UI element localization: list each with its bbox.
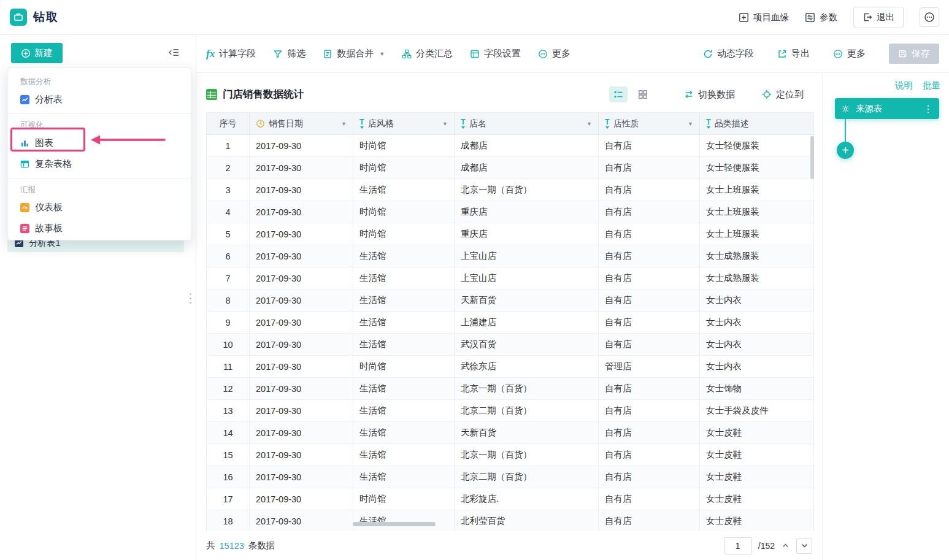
column-header-store-style[interactable]: T 店风格 ▼ xyxy=(353,113,455,134)
table-row[interactable]: 16 2017-09-30 生活馆 北京二期（百货） 自有店 女士皮鞋 xyxy=(207,466,813,488)
panel-resize-handle[interactable] xyxy=(190,293,191,295)
column-header-sale-date[interactable]: 销售日期 ▼ xyxy=(250,113,353,134)
locate-button[interactable]: 定位到 xyxy=(762,89,804,101)
cell-sale-date: 2017-09-30 xyxy=(250,135,353,156)
column-dropdown-caret[interactable]: ▼ xyxy=(586,121,592,127)
save-button[interactable]: 保存 xyxy=(889,44,939,64)
cell-sale-date: 2017-09-30 xyxy=(250,510,353,532)
table-row[interactable]: 12 2017-09-30 生活馆 北京一期（百货） 自有店 女士饰物 xyxy=(207,378,813,400)
document-icon xyxy=(323,49,332,59)
cell-category: 女士皮鞋 xyxy=(700,488,813,510)
data-merge-button[interactable]: 数据合并 ▼ xyxy=(323,48,385,59)
cell-index: 12 xyxy=(207,378,250,399)
column-dropdown-caret[interactable]: ▼ xyxy=(688,121,693,127)
table-row[interactable]: 5 2017-09-30 时尚馆 重庆店 自有店 女士上班服装 xyxy=(207,223,813,245)
toolbar-more-left-button[interactable]: 更多 xyxy=(538,48,571,59)
cell-sale-date: 2017-09-30 xyxy=(250,422,353,443)
cell-store-name: 重庆店 xyxy=(455,223,599,245)
field-settings-button[interactable]: 字段设置 xyxy=(470,48,521,59)
cell-category: 女士皮鞋 xyxy=(700,422,813,443)
menu-item-complex-table[interactable]: 复杂表格 xyxy=(8,153,191,174)
column-header-store-name[interactable]: T 店名 ▼ xyxy=(455,113,599,134)
export-button[interactable]: 导出 xyxy=(777,48,810,59)
cell-store-style: 时尚馆 xyxy=(353,223,455,245)
cell-category: 女士成熟服装 xyxy=(700,245,813,267)
cell-store-style: 生活馆 xyxy=(353,422,455,443)
page-title: 门店销售数据统计 xyxy=(223,88,304,101)
table-row[interactable]: 10 2017-09-30 生活馆 武汉百货 自有店 女士内衣 xyxy=(207,334,813,356)
table-row[interactable]: 18 2017-09-30 生活馆 北利莹百货 自有店 女士皮鞋 xyxy=(207,510,813,532)
table-row[interactable]: 7 2017-09-30 生活馆 上宝山店 自有店 女士成熟服装 xyxy=(207,267,813,290)
page-down-button[interactable] xyxy=(796,538,812,554)
exit-button[interactable]: 退出 xyxy=(853,7,904,28)
menu-item-chart[interactable]: 图表 xyxy=(8,132,191,153)
calc-field-button[interactable]: fx 计算字段 xyxy=(206,48,256,60)
cell-store-name: 北京二期（百货） xyxy=(455,400,599,421)
table-row[interactable]: 9 2017-09-30 生活馆 上浦建店 自有店 女士内衣 xyxy=(207,312,813,334)
text-filter-icon: T xyxy=(706,118,711,129)
flow-panel: 说明 批量 来源表 ⋮ + xyxy=(822,73,949,560)
table-row[interactable]: 15 2017-09-30 生活馆 北京一期（百货） 自有店 女士皮鞋 xyxy=(207,444,813,466)
cell-store-type: 自有店 xyxy=(599,466,700,488)
swap-arrows-icon xyxy=(684,90,694,99)
page-up-button[interactable] xyxy=(781,541,790,550)
cell-store-style: 时尚馆 xyxy=(353,157,455,178)
cell-store-name: 北京一期（百货） xyxy=(455,179,599,201)
column-dropdown-caret[interactable]: ▼ xyxy=(341,121,347,127)
table-row[interactable]: 3 2017-09-30 生活馆 北京一期（百货） 自有店 女士上班服装 xyxy=(207,179,813,201)
column-header-store-type[interactable]: T 店性质 ▼ xyxy=(599,113,700,134)
filter-button[interactable]: 筛选 xyxy=(273,48,305,59)
header-more-button[interactable] xyxy=(920,7,939,27)
cell-store-type: 自有店 xyxy=(599,312,700,333)
table-row[interactable]: 6 2017-09-30 生活馆 上宝山店 自有店 女士成熟服装 xyxy=(207,245,813,267)
list-view-toggle[interactable] xyxy=(609,86,628,102)
table-row[interactable]: 2 2017-09-30 时尚馆 成都店 自有店 女士轻便服装 xyxy=(207,157,813,179)
cell-category: 女士上班服装 xyxy=(700,201,813,223)
group-summary-button[interactable]: 分类汇总 xyxy=(402,48,453,59)
table-row[interactable]: 17 2017-09-30 时尚馆 北彩旋店. 自有店 女士皮鞋 xyxy=(207,488,813,510)
project-lineage-button[interactable]: 项目血缘 xyxy=(739,12,789,23)
cell-index: 18 xyxy=(207,510,250,532)
dynamic-field-button[interactable]: 动态字段 xyxy=(703,48,754,59)
parameters-button[interactable]: 参数 xyxy=(805,12,837,23)
page-input[interactable] xyxy=(724,537,752,554)
total-count: 15123 xyxy=(220,541,244,551)
table-title-group: 门店销售数据统计 xyxy=(206,88,304,101)
table-row[interactable]: 4 2017-09-30 时尚馆 重庆店 自有店 女士上班服装 xyxy=(207,201,813,223)
sidebar-collapse-icon[interactable] xyxy=(168,47,180,58)
menu-item-analysis-table[interactable]: 分析表 xyxy=(8,89,191,110)
cell-store-style: 生活馆 xyxy=(353,312,455,333)
menu-item-storyboard[interactable]: 故事板 xyxy=(8,218,191,239)
table-header-row: 门店销售数据统计 切换数据 定位到 xyxy=(196,73,822,112)
switch-data-button[interactable]: 切换数据 xyxy=(684,89,735,101)
cell-store-style: 生活馆 xyxy=(353,245,455,267)
menu-section-report: 汇报 xyxy=(8,182,191,197)
table-row[interactable]: 11 2017-09-30 时尚馆 武徐东店 管理店 女士内衣 xyxy=(207,356,813,378)
cell-store-type: 自有店 xyxy=(599,201,700,223)
vertical-scrollbar[interactable] xyxy=(810,136,814,179)
new-button[interactable]: 新建 xyxy=(11,43,63,63)
cell-store-style: 生活馆 xyxy=(353,400,455,421)
grid-view-toggle[interactable] xyxy=(634,86,652,102)
add-step-button[interactable]: + xyxy=(837,142,854,159)
toolbar-more-right-button[interactable]: 更多 xyxy=(833,48,866,59)
column-dropdown-caret[interactable]: ▼ xyxy=(442,121,448,127)
table-row[interactable]: 8 2017-09-30 生活馆 天新百货 自有店 女士内衣 xyxy=(207,290,813,312)
cell-store-name: 北京一期（百货） xyxy=(455,378,599,399)
horizontal-scrollbar[interactable] xyxy=(353,522,436,526)
cell-store-type: 自有店 xyxy=(599,334,700,355)
menu-item-dashboard[interactable]: 仪表板 xyxy=(8,197,191,218)
cell-index: 14 xyxy=(207,422,250,443)
cell-store-name: 重庆店 xyxy=(455,201,599,223)
source-table-node[interactable]: 来源表 ⋮ xyxy=(835,98,939,119)
kebab-menu-icon[interactable]: ⋮ xyxy=(923,103,933,115)
table-row[interactable]: 14 2017-09-30 生活馆 天新百货 自有店 女士皮鞋 xyxy=(207,422,813,444)
cell-index: 1 xyxy=(207,135,250,156)
column-header-category[interactable]: T 品类描述 xyxy=(700,113,813,134)
note-link[interactable]: 说明 xyxy=(895,80,913,91)
cell-index: 10 xyxy=(207,334,250,355)
batch-link[interactable]: 批量 xyxy=(923,80,940,91)
table-row[interactable]: 13 2017-09-30 生活馆 北京二期（百货） 自有店 女士手袋及皮件 xyxy=(207,400,813,422)
cell-store-style: 时尚馆 xyxy=(353,201,455,223)
table-row[interactable]: 1 2017-09-30 时尚馆 成都店 自有店 女士轻便服装 xyxy=(207,135,813,157)
